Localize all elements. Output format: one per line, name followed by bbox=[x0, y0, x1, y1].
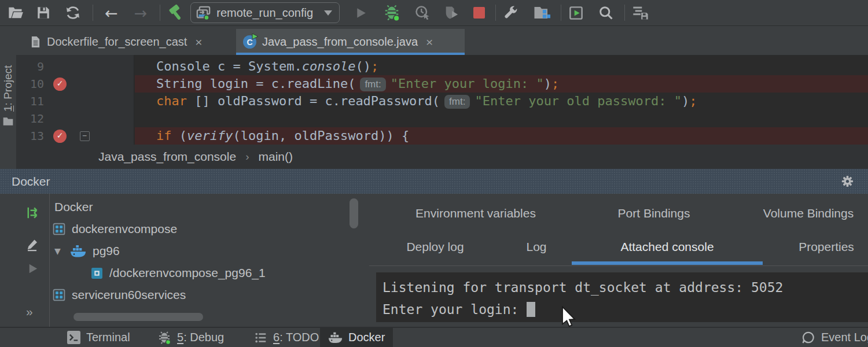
statusbar-label: Docker bbox=[348, 331, 385, 344]
line-number: 10 bbox=[16, 77, 44, 91]
line-number: 9 bbox=[16, 60, 44, 73]
tab-label: Java_pass_from_console.java bbox=[262, 35, 418, 49]
attached-console-output[interactable]: Listening for transport dt_socket at add… bbox=[376, 272, 868, 322]
connect-icon[interactable] bbox=[26, 205, 41, 220]
tab-port-bindings[interactable]: Port Bindings bbox=[618, 206, 690, 220]
tree-item-pg96[interactable]: ▼ pg96 bbox=[50, 240, 363, 262]
docker-tool-window-header: Docker bbox=[0, 169, 868, 194]
statusbar-label: 6: TODO bbox=[273, 331, 319, 344]
tree-item-label: Docker bbox=[54, 200, 93, 214]
vertical-scrollbar[interactable] bbox=[350, 198, 358, 228]
tab-log[interactable]: Log bbox=[526, 240, 546, 254]
statusbar-item-event-log[interactable]: Event Log bbox=[801, 328, 868, 347]
run-container-icon[interactable] bbox=[26, 262, 39, 275]
chevron-expanded-icon[interactable]: ▼ bbox=[54, 246, 64, 256]
tab-row-divider bbox=[369, 265, 868, 266]
statusbar-item-docker[interactable]: Docker bbox=[320, 328, 393, 347]
synchronize-icon[interactable] bbox=[65, 5, 81, 21]
tab-dockerfile[interactable]: Dockerfile_for_screen_cast × bbox=[23, 29, 235, 55]
terminal-icon bbox=[67, 331, 80, 344]
deployment-upload-icon[interactable] bbox=[632, 5, 649, 21]
compose-icon bbox=[53, 223, 65, 235]
statusbar-item-terminal[interactable]: Terminal bbox=[67, 328, 130, 347]
toolbar-separator bbox=[561, 5, 561, 21]
tab-properties[interactable]: Properties bbox=[799, 240, 854, 254]
debug-icon[interactable] bbox=[383, 4, 400, 21]
ide-window: ← → remote_run_config bbox=[0, 0, 868, 347]
breadcrumb: Java_pass_from_console › main() bbox=[16, 145, 868, 169]
editor-tab-bar: Dockerfile_for_screen_cast × C Java_pass… bbox=[16, 26, 868, 55]
run-anything-icon[interactable] bbox=[568, 5, 584, 21]
code-line: Console c = System.console(); bbox=[135, 58, 868, 75]
docker-whale-icon bbox=[328, 332, 343, 344]
profiler-icon[interactable] bbox=[443, 5, 459, 21]
text-cursor bbox=[527, 302, 535, 317]
main-toolbar: ← → remote_run_config bbox=[0, 0, 868, 26]
breadcrumb-separator-icon: › bbox=[245, 150, 249, 163]
mouse-cursor bbox=[561, 306, 576, 328]
statusbar-item-todo[interactable]: 6: TODO bbox=[255, 328, 319, 347]
statusbar-label: Terminal bbox=[86, 331, 130, 344]
open-icon[interactable] bbox=[8, 5, 24, 21]
status-bar: Terminal 5: Debug 6: TODO Docker Event L… bbox=[0, 327, 868, 347]
code-editor[interactable]: Console c = System.console(); String log… bbox=[16, 55, 868, 145]
forward-icon[interactable]: → bbox=[134, 5, 148, 21]
breadcrumb-member[interactable]: main() bbox=[258, 150, 293, 164]
settings-wrench-icon[interactable] bbox=[503, 5, 519, 21]
code-line-breakpoint: String login = c.readLine(fmt:"Enter you… bbox=[135, 75, 868, 93]
active-tab-underline bbox=[572, 261, 763, 265]
editor-gutter: 9 10 11 12 13 bbox=[16, 55, 134, 145]
sidebar-item-project[interactable]: 1: Project bbox=[0, 61, 16, 127]
tab-java-pass-from-console[interactable]: C Java_pass_from_console.java × bbox=[236, 29, 465, 55]
tab-environment-variables[interactable]: Environment variables bbox=[415, 206, 536, 220]
breadcrumb-file[interactable]: Java_pass_from_console bbox=[98, 150, 236, 164]
breakpoint-icon[interactable] bbox=[53, 130, 67, 143]
stop-icon[interactable] bbox=[473, 7, 485, 19]
edit-pencil-icon[interactable] bbox=[26, 238, 40, 252]
compose-icon bbox=[53, 289, 65, 301]
run-configuration-select[interactable]: remote_run_config bbox=[190, 2, 340, 23]
container-icon bbox=[91, 267, 103, 279]
tree-item-docker-root[interactable]: Docker bbox=[50, 196, 363, 218]
build-hammer-icon[interactable] bbox=[167, 4, 185, 21]
tab-deploy-log[interactable]: Deploy log bbox=[406, 240, 464, 254]
file-icon bbox=[30, 35, 41, 49]
breakpoint-icon[interactable] bbox=[53, 77, 67, 91]
chevron-down-icon bbox=[324, 10, 332, 16]
run-icon[interactable] bbox=[354, 6, 368, 20]
tab-attached-console[interactable]: Attached console bbox=[620, 240, 713, 254]
code-line: char [] oldPassword = c.readPassword(fmt… bbox=[135, 93, 868, 110]
back-icon[interactable]: ← bbox=[105, 5, 118, 21]
statusbar-label: Event Log bbox=[821, 331, 868, 344]
parameter-hint: fmt: bbox=[444, 95, 470, 109]
tree-item-container[interactable]: /dockerenvcompose_pg96_1 bbox=[50, 262, 363, 284]
tree-item-label: pg96 bbox=[93, 244, 120, 258]
tree-item-servicerun60services[interactable]: servicerun60services bbox=[50, 284, 363, 306]
docker-detail-panel: Environment variables Port Bindings Volu… bbox=[363, 194, 868, 327]
tree-item-dockerenvcompose[interactable]: dockerenvcompose bbox=[50, 218, 363, 240]
toolbar-separator bbox=[93, 5, 93, 21]
statusbar-item-debug[interactable]: 5: Debug bbox=[157, 328, 224, 347]
event-log-bubble-icon bbox=[801, 331, 815, 345]
fold-collapse-icon[interactable] bbox=[80, 131, 90, 141]
docker-tool-window: » Docker dockerenvcompose ▼ pg96 bbox=[0, 194, 868, 327]
coverage-icon[interactable] bbox=[414, 5, 431, 21]
search-everywhere-icon[interactable] bbox=[598, 5, 614, 21]
tree-item-label: /dockerenvcompose_pg96_1 bbox=[109, 266, 266, 280]
toolbar-separator bbox=[160, 5, 160, 21]
run-configuration-icon bbox=[196, 5, 211, 21]
tab-volume-bindings[interactable]: Volume Bindings bbox=[763, 206, 854, 220]
todo-list-icon bbox=[255, 331, 267, 344]
save-icon[interactable] bbox=[36, 5, 51, 20]
docker-tree: Docker dockerenvcompose ▼ pg96 /dockere bbox=[50, 194, 363, 327]
close-icon[interactable]: × bbox=[426, 36, 433, 48]
project-structure-icon[interactable] bbox=[533, 4, 550, 21]
more-chevrons-icon[interactable]: » bbox=[26, 305, 34, 319]
gear-icon[interactable] bbox=[841, 175, 854, 188]
close-icon[interactable]: × bbox=[195, 36, 202, 48]
tree-item-label: servicerun60services bbox=[72, 288, 186, 302]
code-line-breakpoint: if (verify(login, oldPassword)) { bbox=[135, 127, 868, 145]
bug-icon bbox=[157, 331, 171, 345]
horizontal-scrollbar[interactable] bbox=[73, 313, 203, 321]
docker-whale-icon bbox=[70, 245, 86, 258]
